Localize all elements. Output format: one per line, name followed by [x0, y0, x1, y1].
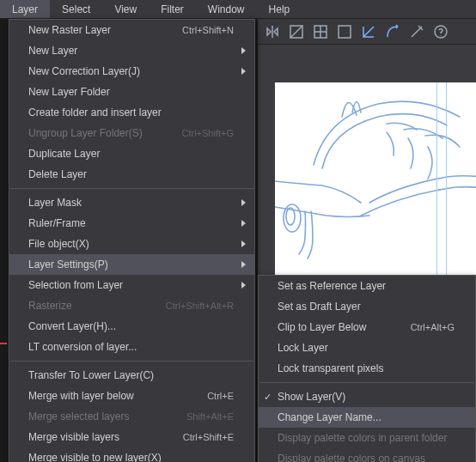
menubar-item-filter[interactable]: Filter	[149, 0, 196, 18]
layer-menu-item[interactable]: Merge with layer belowCtrl+E	[9, 386, 254, 406]
curve-snap-icon[interactable]	[383, 22, 402, 41]
menu-item-label: Set as Reference Layer	[278, 280, 386, 292]
menu-item-shortcut: Ctrl+Shift+Alt+R	[166, 301, 234, 311]
layer-settings-item[interactable]: Clip to Layer BelowCtrl+Alt+G	[259, 317, 475, 337]
menu-item-label: Change Layer Name...	[278, 411, 381, 423]
layer-settings-item: Display palette colors in parent folder	[259, 428, 475, 448]
menu-item-label: Duplicate Layer	[28, 148, 100, 160]
layer-menu-item[interactable]: New Layer Folder	[9, 82, 254, 102]
layer-menu-dropdown: New Raster LayerCtrl+Shift+NNew LayerNew…	[9, 19, 255, 462]
menubar-item-select[interactable]: Select	[50, 0, 102, 18]
menu-item-shortcut: Ctrl+E	[207, 391, 234, 401]
menu-item-label: Set as Draft Layer	[278, 301, 361, 313]
layer-menu-item[interactable]: New Raster LayerCtrl+Shift+N	[9, 20, 254, 40]
menu-item-label: Delete Layer	[28, 168, 87, 180]
menu-item-label: New Layer	[28, 45, 77, 57]
svg-point-5	[286, 208, 295, 225]
layer-menu-item[interactable]: Layer Mask	[9, 192, 254, 213]
chevron-right-icon	[241, 68, 246, 75]
menu-item-shortcut: Ctrl+Shift+N	[182, 25, 234, 35]
menu-item-label: Show Layer(V)	[278, 391, 345, 403]
layer-menu-item[interactable]: Duplicate Layer	[9, 143, 254, 164]
layer-settings-separator	[259, 382, 474, 383]
svg-point-3	[435, 26, 447, 38]
svg-rect-2	[339, 26, 351, 38]
menu-item-label: Merge visible to new layer(X)	[28, 452, 162, 462]
menu-item-label: Lock transparent pixels	[278, 362, 383, 374]
menu-item-label: Ruler/Frame	[28, 217, 86, 229]
layer-settings-item[interactable]: Change Layer Name...	[259, 407, 475, 428]
menu-item-label: New Raster Layer	[28, 24, 111, 36]
menu-item-shortcut: Shift+Alt+E	[186, 411, 234, 422]
menu-item-label: Lock Layer	[278, 342, 328, 354]
layer-settings-item[interactable]: Lock Layer	[259, 337, 475, 358]
menu-item-label: LT conversion of layer...	[28, 341, 137, 353]
menu-item-shortcut: Ctrl+Alt+G	[411, 322, 455, 332]
menu-item-label: Merge visible layers	[28, 431, 119, 443]
layer-settings-item[interactable]: ✓Show Layer(V)	[259, 386, 475, 407]
menubar-item-window[interactable]: Window	[196, 0, 257, 18]
menu-item-label: Create folder and insert layer	[28, 106, 162, 119]
layer-settings-submenu: Set as Reference LayerSet as Draft Layer…	[258, 275, 476, 462]
menubar-item-layer[interactable]: Layer	[0, 0, 50, 18]
toolbar	[258, 19, 476, 45]
check-icon: ✓	[264, 392, 272, 403]
edit-line-icon[interactable]	[407, 22, 426, 41]
layer-menu-item[interactable]: Layer Settings(P)	[9, 254, 254, 275]
layer-menu-item[interactable]: Delete Layer	[9, 164, 254, 185]
line-snap-icon[interactable]	[359, 22, 378, 41]
menu-item-shortcut: Ctrl+Shift+G	[181, 128, 234, 138]
layer-menu-item[interactable]: Convert Layer(H)...	[9, 316, 254, 337]
layer-settings-item: Display palette colors on canvas	[259, 448, 475, 462]
menubar-item-help[interactable]: Help	[257, 0, 302, 18]
menubar-item-view[interactable]: View	[102, 0, 149, 18]
layer-menu-item[interactable]: New Layer	[9, 40, 254, 61]
layer-menu-item[interactable]: Create folder and insert layer	[9, 102, 254, 123]
layer-menu-item: RasterizeCtrl+Shift+Alt+R	[9, 295, 254, 316]
menu-item-label: Convert Layer(H)...	[28, 320, 116, 332]
grid-square-icon[interactable]	[311, 22, 330, 41]
layer-menu-item: Ungroup Layer Folder(S)Ctrl+Shift+G	[9, 123, 254, 143]
ui-mark	[0, 343, 7, 344]
menu-item-label: File object(X)	[28, 238, 89, 250]
chevron-right-icon	[241, 282, 246, 289]
layer-settings-item[interactable]: Set as Reference Layer	[259, 276, 475, 296]
layer-menu-item[interactable]: Selection from Layer	[9, 275, 254, 295]
menu-item-label: Clip to Layer Below	[278, 321, 366, 333]
chevron-right-icon	[241, 47, 246, 54]
layer-menu-item: Merge selected layersShift+Alt+E	[9, 406, 254, 427]
menu-item-label: Display palette colors on canvas	[278, 453, 425, 462]
menu-item-label: Rasterize	[28, 300, 72, 312]
menu-item-label: Merge selected layers	[28, 410, 129, 422]
flip-h-icon[interactable]	[263, 22, 282, 41]
menu-item-label: Layer Mask	[28, 197, 82, 209]
menubar: LayerSelectViewFilterWindowHelp	[0, 0, 476, 19]
layer-menu-item[interactable]: Transfer To Lower Layer(C)	[9, 365, 254, 386]
layer-menu-item[interactable]: File object(X)	[9, 234, 254, 254]
menu-item-label: Merge with layer below	[28, 390, 134, 402]
layer-menu-separator	[10, 188, 253, 189]
menu-item-label: Layer Settings(P)	[28, 258, 108, 271]
layer-menu-item[interactable]: Merge visible layersCtrl+Shift+E	[9, 427, 254, 447]
menu-item-label: New Layer Folder	[28, 86, 110, 98]
layer-menu-separator	[10, 361, 253, 362]
layer-menu-item[interactable]: Merge visible to new layer(X)	[9, 447, 254, 462]
menu-item-shortcut: Ctrl+Shift+E	[183, 432, 234, 442]
chevron-right-icon	[241, 261, 246, 268]
chevron-right-icon	[241, 199, 246, 206]
empty-square-icon[interactable]	[335, 22, 354, 41]
menu-item-label: Transfer To Lower Layer(C)	[28, 369, 154, 381]
layer-settings-item[interactable]: Lock transparent pixels	[259, 358, 475, 379]
menu-item-label: Display palette colors in parent folder	[278, 432, 447, 444]
gradient-square-icon[interactable]	[287, 22, 306, 41]
chevron-right-icon	[241, 220, 246, 227]
menu-item-label: New Correction Layer(J)	[28, 65, 140, 77]
chevron-right-icon	[241, 240, 246, 247]
layer-menu-item[interactable]: New Correction Layer(J)	[9, 61, 254, 82]
menu-item-label: Ungroup Layer Folder(S)	[28, 127, 143, 139]
layer-menu-item[interactable]: LT conversion of layer...	[9, 337, 254, 357]
layer-settings-item[interactable]: Set as Draft Layer	[259, 296, 475, 317]
menu-item-label: Selection from Layer	[28, 279, 123, 291]
help-icon[interactable]	[431, 22, 450, 41]
layer-menu-item[interactable]: Ruler/Frame	[9, 213, 254, 234]
